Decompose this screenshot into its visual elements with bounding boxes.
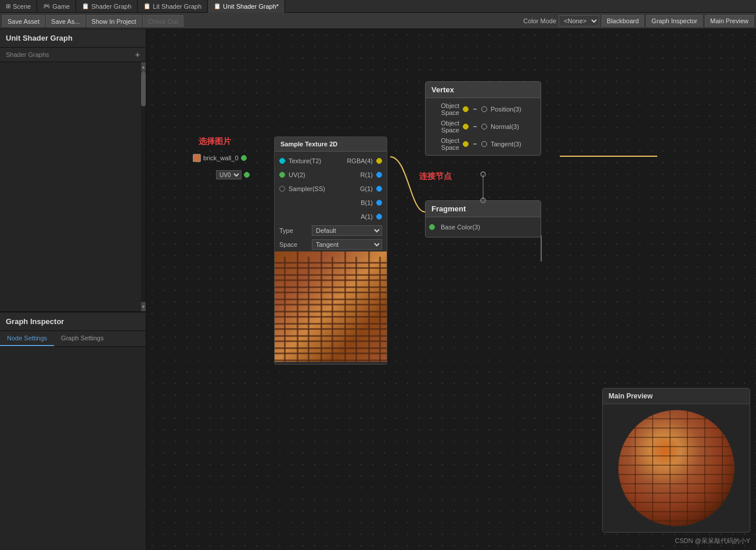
- texture-node-header: Sample Texture 2D: [275, 137, 387, 152]
- uv-port: [244, 172, 250, 178]
- game-icon: 🎮: [43, 0, 50, 13]
- brick-layer-2: [275, 257, 387, 362]
- brick-texture-icon: [193, 154, 201, 162]
- color-mode-select[interactable]: <None>: [559, 15, 599, 27]
- type-row: Type Default: [275, 224, 387, 238]
- vertex-port-1: [463, 124, 469, 130]
- save-asset-button[interactable]: Save Asset: [2, 15, 45, 27]
- tab-unit-shader-graph[interactable]: 📋 Unit Shader Graph*: [208, 0, 285, 13]
- show-in-project-button[interactable]: Show In Project: [87, 15, 142, 27]
- scroll-up-arrow[interactable]: ▲: [141, 62, 146, 71]
- main-preview-button[interactable]: Main Preview: [705, 15, 754, 27]
- tab-lit-shader-graph[interactable]: 📋 Lit Shader Graph: [138, 0, 208, 13]
- fragment-node: Fragment Base Color(3): [425, 200, 541, 238]
- vertex-connector-1: [473, 126, 477, 127]
- left-panel: Unit Shader Graph Shader Graphs + ▲ ▼ Gr…: [0, 29, 146, 550]
- blackboard-button[interactable]: Blackboard: [602, 15, 644, 27]
- fragment-node-body: Base Color(3): [426, 217, 541, 237]
- space-select[interactable]: Tangent: [312, 239, 382, 250]
- texture-port-1: [279, 172, 285, 178]
- vertex-input-label-1: Normal(3): [491, 123, 537, 130]
- texture-io-area: Texture(T2) UV(2) Sampler(SS): [275, 154, 387, 224]
- vertex-connector-0: [473, 109, 477, 110]
- vertex-connector-2: [473, 143, 477, 145]
- texture-input-label-1: UV(2): [289, 171, 326, 178]
- brick-texture-port: [241, 155, 247, 161]
- texture-output-port-1: [376, 172, 382, 178]
- vertex-label-2: Object Space: [429, 137, 459, 151]
- texture-output-label-1: R(1): [336, 171, 373, 178]
- vertex-input-port-0: [481, 106, 487, 112]
- fragment-port-0: [429, 224, 435, 230]
- shader-list: ▲ ▼: [0, 62, 146, 311]
- texture-output-label-0: RGBA(4): [336, 157, 373, 164]
- texture-input-row-2: Sampler(SS): [275, 182, 331, 196]
- preview-title: Main Preview: [603, 389, 750, 404]
- vertex-input-port-1: [481, 124, 487, 130]
- texture-input-row-0: Texture(T2): [275, 154, 331, 168]
- texture-output-label-2: G(1): [336, 185, 373, 192]
- vertex-node: Vertex Object Space Position(3) Object S…: [425, 81, 541, 156]
- texture-output-label-3: B(1): [336, 199, 373, 206]
- space-row: Space Tangent: [275, 238, 387, 251]
- scrollbar-thumb[interactable]: [141, 71, 146, 106]
- vertex-label-1: Object Space: [429, 120, 459, 134]
- vertex-input-port-2: [481, 141, 487, 147]
- scrollbar-track: ▲ ▼: [141, 62, 146, 311]
- vertex-input-label-0: Position(3): [491, 106, 537, 113]
- rgba-to-base-color-line: [390, 157, 425, 212]
- check-out-button[interactable]: Check Out: [143, 15, 183, 27]
- texture-inputs: Texture(T2) UV(2) Sampler(SS): [275, 154, 331, 224]
- watermark: CSDN @呆呆敲代码的小Y: [675, 537, 750, 545]
- main-layout: Unit Shader Graph Shader Graphs + ▲ ▼ Gr…: [0, 29, 756, 550]
- vertex-row-2: Object Space Tangent(3): [426, 135, 541, 153]
- preview-body: [603, 404, 750, 532]
- tab-graph-settings[interactable]: Graph Settings: [54, 331, 110, 346]
- unit-shader-icon: 📋: [214, 0, 221, 13]
- scroll-down-arrow[interactable]: ▼: [141, 302, 146, 311]
- main-preview-panel: Main Preview: [602, 388, 750, 533]
- sample-texture-node: Sample Texture 2D Texture(T2) UV(2): [274, 136, 387, 365]
- type-select[interactable]: Default: [312, 225, 382, 236]
- texture-output-row-0: RGBA(4): [331, 154, 387, 168]
- tab-bar: ⊞ Scene 🎮 Game 📋 Shader Graph 📋 Lit Shad…: [0, 0, 756, 13]
- vertex-row-1: Object Space Normal(3): [426, 118, 541, 135]
- texture-output-port-2: [376, 186, 382, 192]
- texture-input-label-0: Texture(T2): [289, 157, 326, 164]
- texture-output-port-0: [376, 158, 382, 164]
- graph-inspector-button[interactable]: Graph Inspector: [646, 15, 703, 27]
- fragment-node-header: Fragment: [426, 201, 541, 217]
- panel-title: Unit Shader Graph: [0, 29, 146, 48]
- sphere-brick-overlay: [618, 410, 735, 526]
- add-shader-button[interactable]: +: [135, 50, 140, 59]
- tab-node-settings[interactable]: Node Settings: [0, 331, 54, 346]
- texture-output-row-4: A(1): [331, 210, 387, 224]
- tab-game[interactable]: 🎮 Game: [37, 0, 76, 13]
- graph-inspector-title: Graph Inspector: [0, 312, 146, 331]
- shader-graph-icon: 📋: [82, 0, 89, 13]
- vertex-port-2: [463, 141, 469, 147]
- canvas-area[interactable]: 选择图片 连接节点 brick_wall_0 UV0 Sample Textur…: [146, 29, 756, 550]
- type-label: Type: [279, 227, 308, 234]
- texture-preview: [275, 251, 387, 362]
- toolbar: Save Asset Save As... Show In Project Ch…: [0, 13, 756, 29]
- texture-output-row-3: B(1): [331, 196, 387, 210]
- vertex-node-header: Vertex: [426, 82, 541, 98]
- scene-icon: ⊞: [6, 0, 10, 13]
- uv-select[interactable]: UV0: [216, 170, 242, 179]
- annotation-select-image: 选择图片: [199, 136, 231, 147]
- vertex-node-body: Object Space Position(3) Object Space No…: [426, 98, 541, 155]
- graph-inspector-content: [0, 347, 146, 550]
- annotation-connect-node: 连接节点: [419, 171, 452, 182]
- tab-scene[interactable]: ⊞ Scene: [0, 0, 37, 13]
- save-as-button[interactable]: Save As...: [46, 15, 85, 27]
- texture-output-port-3: [376, 200, 382, 206]
- lit-shader-icon: 📋: [143, 0, 150, 13]
- brick-texture-label: brick_wall_0: [203, 154, 239, 161]
- graph-inspector-tabs: Node Settings Graph Settings: [0, 331, 146, 347]
- color-mode-label: Color Mode: [523, 17, 556, 24]
- uv-input-node: UV0: [216, 170, 250, 179]
- vertex-port-0: [463, 106, 469, 112]
- tab-shader-graph[interactable]: 📋 Shader Graph: [76, 0, 138, 13]
- vertex-row-0: Object Space Position(3): [426, 100, 541, 118]
